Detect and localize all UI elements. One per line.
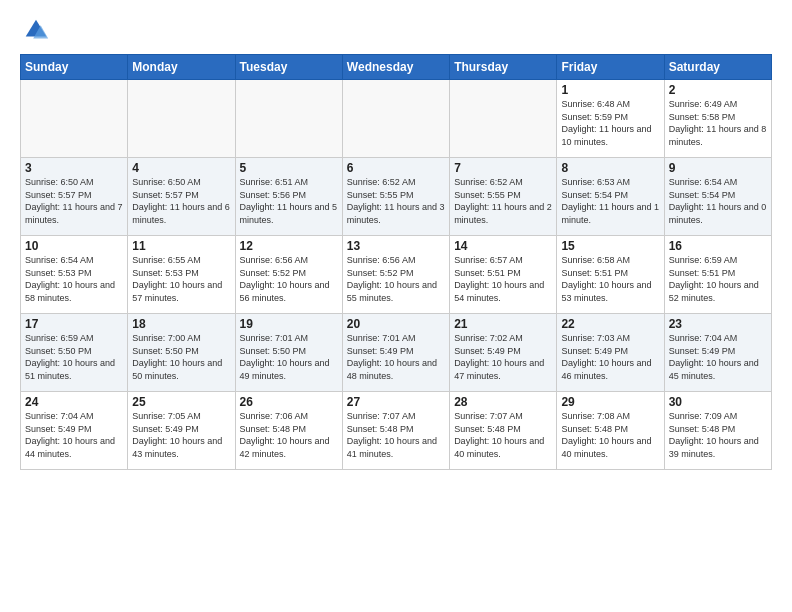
calendar-header: SundayMondayTuesdayWednesdayThursdayFrid… [21,55,772,80]
day-cell [21,80,128,158]
weekday-header-tuesday: Tuesday [235,55,342,80]
weekday-header-monday: Monday [128,55,235,80]
weekday-header-friday: Friday [557,55,664,80]
day-cell: 10Sunrise: 6:54 AMSunset: 5:53 PMDayligh… [21,236,128,314]
day-cell [450,80,557,158]
calendar-body: 1Sunrise: 6:48 AMSunset: 5:59 PMDaylight… [21,80,772,470]
day-info: Sunrise: 6:57 AMSunset: 5:51 PMDaylight:… [454,254,552,304]
day-number: 22 [561,317,659,331]
day-cell: 22Sunrise: 7:03 AMSunset: 5:49 PMDayligh… [557,314,664,392]
header [20,16,772,48]
day-info: Sunrise: 7:01 AMSunset: 5:50 PMDaylight:… [240,332,338,382]
day-info: Sunrise: 6:55 AMSunset: 5:53 PMDaylight:… [132,254,230,304]
day-cell: 13Sunrise: 6:56 AMSunset: 5:52 PMDayligh… [342,236,449,314]
day-number: 26 [240,395,338,409]
day-info: Sunrise: 6:52 AMSunset: 5:55 PMDaylight:… [347,176,445,226]
day-cell: 3Sunrise: 6:50 AMSunset: 5:57 PMDaylight… [21,158,128,236]
logo-icon [22,16,50,44]
weekday-header-thursday: Thursday [450,55,557,80]
day-info: Sunrise: 7:01 AMSunset: 5:49 PMDaylight:… [347,332,445,382]
day-info: Sunrise: 6:50 AMSunset: 5:57 PMDaylight:… [132,176,230,226]
day-number: 1 [561,83,659,97]
day-number: 12 [240,239,338,253]
day-info: Sunrise: 6:58 AMSunset: 5:51 PMDaylight:… [561,254,659,304]
weekday-header-wednesday: Wednesday [342,55,449,80]
day-number: 16 [669,239,767,253]
day-cell: 12Sunrise: 6:56 AMSunset: 5:52 PMDayligh… [235,236,342,314]
day-info: Sunrise: 6:59 AMSunset: 5:50 PMDaylight:… [25,332,123,382]
day-number: 11 [132,239,230,253]
day-cell: 17Sunrise: 6:59 AMSunset: 5:50 PMDayligh… [21,314,128,392]
day-cell [342,80,449,158]
week-row-5: 24Sunrise: 7:04 AMSunset: 5:49 PMDayligh… [21,392,772,470]
day-number: 25 [132,395,230,409]
day-cell: 2Sunrise: 6:49 AMSunset: 5:58 PMDaylight… [664,80,771,158]
day-number: 8 [561,161,659,175]
day-cell: 15Sunrise: 6:58 AMSunset: 5:51 PMDayligh… [557,236,664,314]
day-info: Sunrise: 7:00 AMSunset: 5:50 PMDaylight:… [132,332,230,382]
day-info: Sunrise: 7:06 AMSunset: 5:48 PMDaylight:… [240,410,338,460]
day-info: Sunrise: 7:03 AMSunset: 5:49 PMDaylight:… [561,332,659,382]
day-cell: 11Sunrise: 6:55 AMSunset: 5:53 PMDayligh… [128,236,235,314]
day-number: 20 [347,317,445,331]
day-number: 27 [347,395,445,409]
day-info: Sunrise: 6:53 AMSunset: 5:54 PMDaylight:… [561,176,659,226]
day-info: Sunrise: 6:59 AMSunset: 5:51 PMDaylight:… [669,254,767,304]
logo [20,16,50,48]
week-row-1: 1Sunrise: 6:48 AMSunset: 5:59 PMDaylight… [21,80,772,158]
day-number: 29 [561,395,659,409]
day-cell: 1Sunrise: 6:48 AMSunset: 5:59 PMDaylight… [557,80,664,158]
day-cell: 24Sunrise: 7:04 AMSunset: 5:49 PMDayligh… [21,392,128,470]
calendar-table: SundayMondayTuesdayWednesdayThursdayFrid… [20,54,772,470]
day-info: Sunrise: 6:54 AMSunset: 5:54 PMDaylight:… [669,176,767,226]
day-info: Sunrise: 7:09 AMSunset: 5:48 PMDaylight:… [669,410,767,460]
day-number: 17 [25,317,123,331]
day-info: Sunrise: 6:49 AMSunset: 5:58 PMDaylight:… [669,98,767,148]
day-number: 30 [669,395,767,409]
day-cell: 5Sunrise: 6:51 AMSunset: 5:56 PMDaylight… [235,158,342,236]
day-cell [128,80,235,158]
day-number: 14 [454,239,552,253]
week-row-4: 17Sunrise: 6:59 AMSunset: 5:50 PMDayligh… [21,314,772,392]
day-number: 7 [454,161,552,175]
day-cell: 6Sunrise: 6:52 AMSunset: 5:55 PMDaylight… [342,158,449,236]
day-number: 18 [132,317,230,331]
day-info: Sunrise: 7:04 AMSunset: 5:49 PMDaylight:… [25,410,123,460]
day-info: Sunrise: 6:56 AMSunset: 5:52 PMDaylight:… [240,254,338,304]
day-cell: 18Sunrise: 7:00 AMSunset: 5:50 PMDayligh… [128,314,235,392]
week-row-2: 3Sunrise: 6:50 AMSunset: 5:57 PMDaylight… [21,158,772,236]
day-cell: 23Sunrise: 7:04 AMSunset: 5:49 PMDayligh… [664,314,771,392]
day-cell: 4Sunrise: 6:50 AMSunset: 5:57 PMDaylight… [128,158,235,236]
day-number: 3 [25,161,123,175]
day-number: 10 [25,239,123,253]
day-cell: 25Sunrise: 7:05 AMSunset: 5:49 PMDayligh… [128,392,235,470]
day-number: 4 [132,161,230,175]
day-cell: 27Sunrise: 7:07 AMSunset: 5:48 PMDayligh… [342,392,449,470]
day-info: Sunrise: 6:54 AMSunset: 5:53 PMDaylight:… [25,254,123,304]
day-number: 28 [454,395,552,409]
day-cell: 28Sunrise: 7:07 AMSunset: 5:48 PMDayligh… [450,392,557,470]
day-info: Sunrise: 7:04 AMSunset: 5:49 PMDaylight:… [669,332,767,382]
weekday-header-sunday: Sunday [21,55,128,80]
day-info: Sunrise: 7:02 AMSunset: 5:49 PMDaylight:… [454,332,552,382]
day-cell [235,80,342,158]
week-row-3: 10Sunrise: 6:54 AMSunset: 5:53 PMDayligh… [21,236,772,314]
day-cell: 29Sunrise: 7:08 AMSunset: 5:48 PMDayligh… [557,392,664,470]
day-info: Sunrise: 6:48 AMSunset: 5:59 PMDaylight:… [561,98,659,148]
day-cell: 21Sunrise: 7:02 AMSunset: 5:49 PMDayligh… [450,314,557,392]
day-info: Sunrise: 6:50 AMSunset: 5:57 PMDaylight:… [25,176,123,226]
day-cell: 9Sunrise: 6:54 AMSunset: 5:54 PMDaylight… [664,158,771,236]
day-info: Sunrise: 6:52 AMSunset: 5:55 PMDaylight:… [454,176,552,226]
day-cell: 30Sunrise: 7:09 AMSunset: 5:48 PMDayligh… [664,392,771,470]
day-cell: 19Sunrise: 7:01 AMSunset: 5:50 PMDayligh… [235,314,342,392]
day-number: 6 [347,161,445,175]
day-cell: 20Sunrise: 7:01 AMSunset: 5:49 PMDayligh… [342,314,449,392]
day-info: Sunrise: 7:08 AMSunset: 5:48 PMDaylight:… [561,410,659,460]
day-number: 19 [240,317,338,331]
day-number: 5 [240,161,338,175]
weekday-header-saturday: Saturday [664,55,771,80]
day-number: 13 [347,239,445,253]
day-number: 9 [669,161,767,175]
page: SundayMondayTuesdayWednesdayThursdayFrid… [0,0,792,480]
day-cell: 16Sunrise: 6:59 AMSunset: 5:51 PMDayligh… [664,236,771,314]
